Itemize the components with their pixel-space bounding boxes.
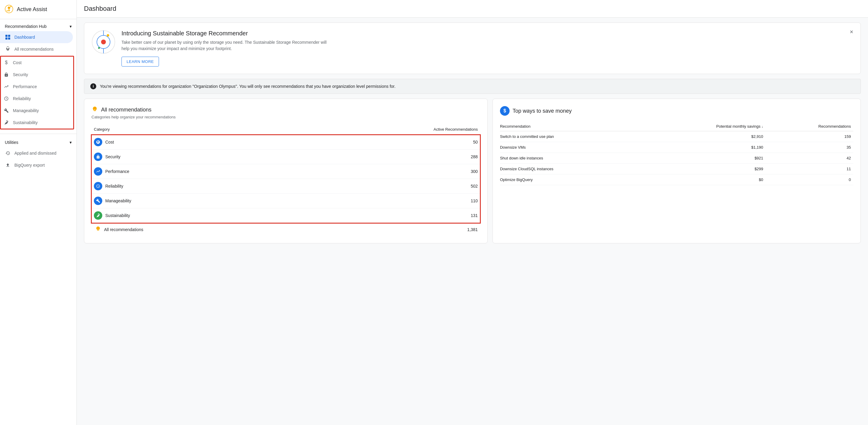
table-row[interactable]: Reliability 502 xyxy=(91,179,480,194)
savings-count: 0 xyxy=(766,174,853,185)
learn-more-button[interactable]: LEARN MORE xyxy=(121,57,159,67)
all-recommendations-title: All recommendations xyxy=(101,107,152,113)
top-savings-card: $ Top ways to save money Recommendation … xyxy=(493,99,861,243)
dollar-icon: $ xyxy=(3,60,9,66)
savings-table-row[interactable]: Optimize BigQuery $0 0 xyxy=(500,174,853,185)
svg-rect-8 xyxy=(8,37,10,39)
savings-table-row[interactable]: Switch to a committed use plan $2,910 15… xyxy=(500,131,853,142)
close-banner-button[interactable]: × xyxy=(847,28,856,36)
recommendation-hub-section: Recommendation Hub ▾ Dashboard xyxy=(0,19,76,132)
savings-rec-label: Downsize VMs xyxy=(500,142,642,153)
savings-count: 159 xyxy=(766,131,853,142)
chevron-down-icon: ▾ xyxy=(70,24,72,29)
wrench-icon xyxy=(3,108,9,113)
sidebar-all-recommendations-label: All recommendations xyxy=(14,47,54,52)
table-row[interactable]: Sustainability 131 xyxy=(91,208,480,223)
savings-amount: $2,910 xyxy=(642,131,766,142)
sidebar-sustainability-label: Sustainability xyxy=(13,120,38,125)
leaf-icon xyxy=(3,120,9,126)
savings-amount: $0 xyxy=(642,174,766,185)
top-savings-header: $ Top ways to save money xyxy=(500,106,853,116)
col-category-header: Category xyxy=(91,124,296,135)
table-row[interactable]: Security 288 xyxy=(91,150,480,164)
category-cell: Sustainability xyxy=(91,208,296,223)
active-count: 110 xyxy=(296,194,480,208)
card-bulb-icon xyxy=(91,106,98,113)
svg-point-4 xyxy=(7,10,8,11)
category-cell: Manageability xyxy=(91,194,296,208)
active-count: 502 xyxy=(296,179,480,194)
recommendation-hub-label: Recommendation Hub xyxy=(5,24,46,29)
sidebar-security-label: Security xyxy=(13,72,28,77)
utilities-header[interactable]: Utilities ▾ xyxy=(0,138,76,147)
table-row[interactable]: Cost 50 xyxy=(91,135,480,150)
table-row-total[interactable]: All recommendations 1,381 xyxy=(91,223,480,236)
category-label: Cost xyxy=(105,140,114,144)
active-count: 50 xyxy=(296,135,480,150)
savings-rec-label: Downsize CloudSQL instances xyxy=(500,164,642,174)
sidebar-item-reliability[interactable]: Reliability xyxy=(1,93,70,105)
sidebar-header: Active Assist xyxy=(0,0,76,19)
svg-point-1 xyxy=(8,7,10,9)
table-row[interactable]: Performance 300 xyxy=(91,164,480,179)
savings-col-rec: Recommendation xyxy=(500,122,642,131)
svg-rect-7 xyxy=(5,37,7,39)
savings-rec-label: Optimize BigQuery xyxy=(500,174,642,185)
all-recommendations-subtitle: Categories help organize your recommenda… xyxy=(91,115,480,119)
sidebar-item-security[interactable]: Security xyxy=(1,69,70,80)
category-cell: Cost xyxy=(91,135,296,150)
export-icon xyxy=(5,162,11,168)
sort-icon: ↓ xyxy=(762,125,763,128)
dashboard-cards: All recommendations Categories help orga… xyxy=(84,99,861,243)
total-count: 1,381 xyxy=(296,223,480,236)
sidebar-item-bigquery-export[interactable]: BigQuery export xyxy=(0,159,73,171)
savings-table-row[interactable]: Downsize CloudSQL instances $299 11 xyxy=(500,164,853,174)
sidebar-item-cost[interactable]: $ Cost xyxy=(1,57,70,69)
recommendation-hub-header[interactable]: Recommendation Hub ▾ xyxy=(0,22,76,31)
category-label: Manageability xyxy=(105,198,131,203)
category-cell: Reliability xyxy=(91,179,296,194)
all-recommendations-card-header: All recommendations xyxy=(91,106,480,113)
savings-rec-label: Shut down idle instances xyxy=(500,153,642,164)
savings-table-row[interactable]: Downsize VMs $1,190 35 xyxy=(500,142,853,153)
clock-icon xyxy=(3,96,9,102)
sidebar-item-manageability[interactable]: Manageability xyxy=(1,105,70,117)
banner-description: Take better care of our planet by using … xyxy=(121,39,332,52)
sidebar-item-dashboard[interactable]: Dashboard xyxy=(0,31,73,43)
svg-rect-6 xyxy=(8,35,10,37)
col-active-header: Active Recommendations xyxy=(296,124,480,135)
sidebar-item-all-recommendations[interactable]: All recommendations xyxy=(0,43,73,55)
savings-table-row[interactable]: Shut down idle instances $921 42 xyxy=(500,153,853,164)
sidebar-item-performance[interactable]: Performance xyxy=(1,80,70,93)
savings-table: Recommendation Potential monthly savings… xyxy=(500,122,853,185)
active-count: 131 xyxy=(296,208,480,223)
sidebar-item-sustainability[interactable]: Sustainability xyxy=(1,117,70,129)
info-bar: i You're viewing recommendations for org… xyxy=(84,79,861,94)
banner-title: Introducing Sustainable Storage Recommen… xyxy=(121,30,853,37)
sidebar-dashboard-label: Dashboard xyxy=(14,35,35,39)
main-body: Introducing Sustainable Storage Recommen… xyxy=(77,18,868,248)
recommendations-table: Category Active Recommendations Cost 50 … xyxy=(91,124,480,236)
utilities-label: Utilities xyxy=(5,140,18,145)
sidebar-item-applied-dismissed[interactable]: Applied and dismissed xyxy=(0,147,73,159)
svg-point-13 xyxy=(98,47,100,49)
category-label: Reliability xyxy=(105,184,123,189)
savings-amount: $1,190 xyxy=(642,142,766,153)
banner-illustration xyxy=(91,30,116,54)
lock-icon xyxy=(3,72,9,78)
savings-col-savings: Potential monthly savings ↓ xyxy=(642,122,766,131)
savings-dollar-icon: $ xyxy=(500,106,509,116)
category-label: Sustainability xyxy=(105,213,130,218)
sustainable-storage-banner: Introducing Sustainable Storage Recommen… xyxy=(84,23,861,74)
page-title: Dashboard xyxy=(84,5,861,12)
sidebar: Active Assist Recommendation Hub ▾ Dashb… xyxy=(0,0,77,425)
savings-count: 42 xyxy=(766,153,853,164)
category-cell: Performance xyxy=(91,164,296,179)
info-icon: i xyxy=(90,83,96,89)
bulb-icon xyxy=(5,46,11,52)
svg-rect-5 xyxy=(5,35,7,37)
category-label: Performance xyxy=(105,169,129,174)
sidebar-categories-box: $ Cost Security Performance xyxy=(0,56,74,129)
table-row[interactable]: Manageability 110 xyxy=(91,194,480,208)
total-bulb-icon xyxy=(95,226,101,233)
